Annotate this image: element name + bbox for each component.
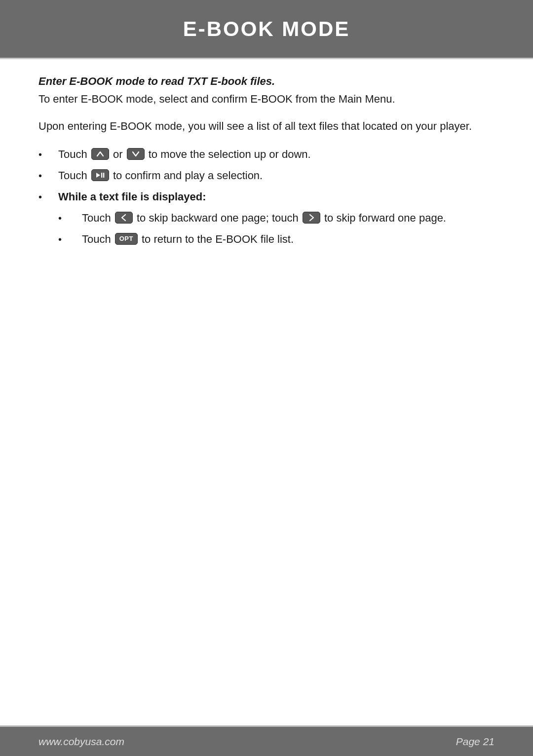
text-fragment: to return to the E-BOOK file list. [139, 233, 294, 245]
up-arrow-icon [91, 148, 109, 160]
svg-rect-1 [103, 173, 104, 178]
subheading: While a text file is displayed: [58, 190, 206, 203]
play-pause-icon [91, 169, 109, 181]
page-title: E-BOOK MODE [183, 17, 350, 41]
list-item: Touch to skip backward one page; touch t… [58, 210, 495, 226]
right-arrow-icon [303, 212, 320, 224]
left-arrow-icon [115, 212, 133, 224]
svg-rect-0 [101, 173, 102, 178]
content-area: Enter E-BOOK mode to read TXT E-book fil… [0, 59, 533, 252]
header-band: E-BOOK MODE [0, 0, 533, 59]
intro-paragraph-1: To enter E-BOOK mode, select and confirm… [38, 92, 495, 107]
opt-button-icon: OPT [115, 233, 138, 245]
nested-instruction-list: Touch to skip backward one page; touch t… [58, 210, 495, 247]
text-fragment: Touch [58, 148, 90, 160]
text-fragment: to skip backward one page; touch [134, 212, 302, 224]
list-item: Touch to confirm and play a selection. [38, 167, 495, 184]
down-arrow-icon [127, 148, 145, 160]
instruction-list: Touch or to move the selection up or dow… [38, 146, 495, 252]
footer-band: www.cobyusa.com Page 21 [0, 725, 533, 756]
list-item: Touch or to move the selection up or dow… [38, 146, 495, 162]
text-fragment: Touch [58, 169, 90, 182]
text-fragment: or [110, 148, 126, 160]
text-fragment: to confirm and play a selection. [110, 169, 263, 182]
list-item: While a text file is displayed: Touch to… [38, 189, 495, 252]
footer-page-number: Page 21 [456, 736, 495, 748]
text-fragment: Touch [82, 233, 114, 245]
intro-heading: Enter E-BOOK mode to read TXT E-book fil… [38, 75, 495, 88]
list-item: Touch OPT to return to the E-BOOK file l… [58, 231, 495, 247]
text-fragment: Touch [82, 212, 114, 224]
intro-paragraph-2: Upon entering E-BOOK mode, you will see … [38, 119, 495, 134]
text-fragment: to move the selection up or down. [146, 148, 311, 160]
text-fragment: to skip forward one page. [321, 212, 446, 224]
footer-url: www.cobyusa.com [38, 736, 124, 748]
